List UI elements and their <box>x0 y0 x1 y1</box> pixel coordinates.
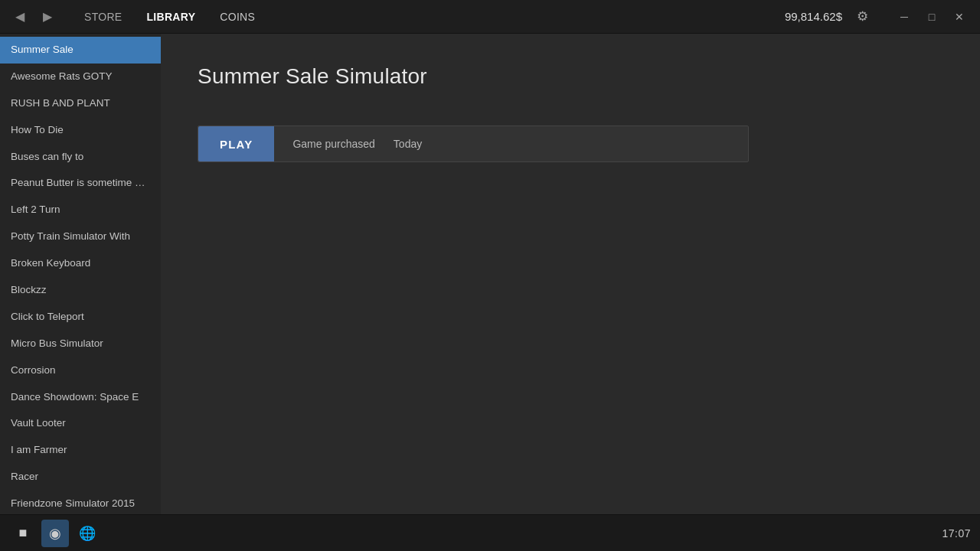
close-button[interactable]: ✕ <box>948 5 971 28</box>
action-bar: PLAY Game purchased Today <box>198 126 749 162</box>
back-button[interactable]: ◀ <box>9 6 31 28</box>
taskbar-circle[interactable]: ◉ <box>41 520 69 547</box>
sidebar-item[interactable]: RUSH B AND PLANT <box>0 90 161 117</box>
main-layout: Summer SaleAwesome Rats GOTYRUSH B AND P… <box>0 34 980 514</box>
sidebar-item[interactable]: Vault Looter <box>0 410 161 437</box>
sidebar-item[interactable]: Buses can fly to <box>0 144 161 171</box>
maximize-button[interactable]: □ <box>920 5 943 28</box>
game-content-area: Summer Sale Simulator PLAY Game purchase… <box>161 34 980 514</box>
sidebar-item[interactable]: Awesome Rats GOTY <box>0 64 161 90</box>
sidebar-item[interactable]: I am Farmer <box>0 437 161 464</box>
taskbar-globe[interactable]: 🌐 <box>74 520 101 547</box>
taskbar: ■ ◉ 🌐 17:07 <box>0 514 980 551</box>
sidebar-item[interactable]: Broken Keyboard <box>0 250 161 277</box>
sidebar-item[interactable]: Summer Sale <box>0 37 161 64</box>
sidebar-item[interactable]: How To Die <box>0 117 161 144</box>
coins-display: 99,814.62$ <box>785 10 842 23</box>
titlebar-right: 99,814.62$ ⚙ ─ □ ✕ <box>785 5 971 28</box>
menu-store[interactable]: STORE <box>74 6 132 28</box>
sidebar-item[interactable]: Dance Showdown: Space E <box>0 384 161 411</box>
system-clock: 17:07 <box>942 527 971 540</box>
menu-coins[interactable]: COINS <box>209 6 266 28</box>
play-button[interactable]: PLAY <box>198 126 274 161</box>
forward-button[interactable]: ▶ <box>37 6 58 28</box>
minimize-button[interactable]: ─ <box>893 5 916 28</box>
purchase-date: Today <box>394 138 422 150</box>
sidebar-item[interactable]: Friendzone Simulator 2015 <box>0 491 161 514</box>
nav-controls: ◀ ▶ <box>9 6 58 28</box>
taskbar-square[interactable]: ■ <box>9 520 37 547</box>
sidebar-item[interactable]: Micro Bus Simulator <box>0 331 161 357</box>
sidebar-item[interactable]: Click to Teleport <box>0 304 161 331</box>
game-library-sidebar: Summer SaleAwesome Rats GOTYRUSH B AND P… <box>0 34 161 514</box>
sidebar-item[interactable]: Peanut Butter is sometime strange <box>0 170 161 197</box>
sidebar-item[interactable]: Racer <box>0 464 161 491</box>
menu-library[interactable]: LIBRARY <box>136 6 206 28</box>
main-menu: STORE LIBRARY COINS <box>74 6 785 28</box>
sidebar-item[interactable]: Blockzz <box>0 277 161 304</box>
sidebar-item[interactable]: Corrosion <box>0 357 161 384</box>
sidebar-item[interactable]: Potty Train Simulator With <box>0 223 161 250</box>
titlebar: ◀ ▶ STORE LIBRARY COINS 99,814.62$ ⚙ ─ □… <box>0 0 980 34</box>
purchased-label: Game purchased <box>292 138 374 150</box>
sidebar-item[interactable]: Left 2 Turn <box>0 197 161 223</box>
game-title: Summer Sale Simulator <box>198 64 943 89</box>
settings-button[interactable]: ⚙ <box>851 6 873 28</box>
window-controls: ─ □ ✕ <box>893 5 971 28</box>
purchase-info: Game purchased Today <box>274 138 440 150</box>
